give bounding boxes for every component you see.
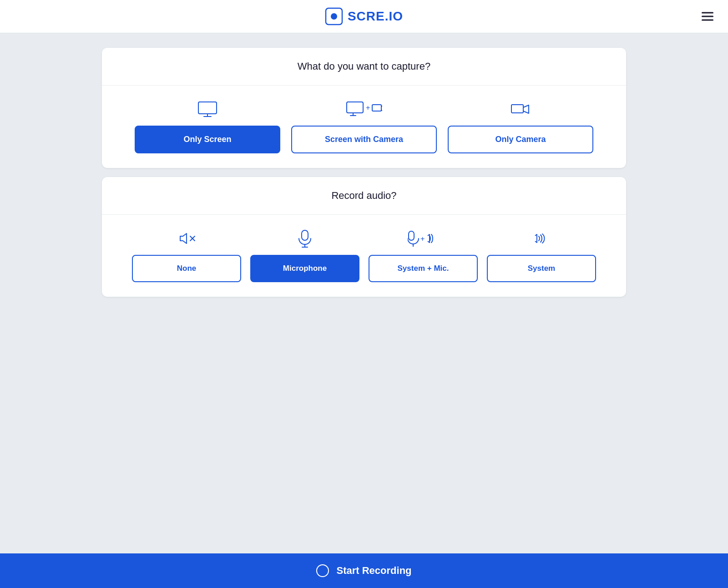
only-screen-option: Only Screen (135, 100, 280, 153)
capture-title: What do you want to capture? (102, 48, 626, 86)
microphone-option: Microphone (250, 229, 359, 282)
capture-card: What do you want to capture? Only Screen (102, 48, 626, 168)
capture-options: Only Screen + (102, 86, 626, 168)
none-audio-button[interactable]: None (132, 255, 241, 282)
system-mic-option: + System + Mic. (369, 229, 478, 282)
start-recording-button: Start Recording (336, 565, 411, 577)
speaker-icon (532, 229, 551, 248)
svg-text:+: + (420, 235, 425, 243)
mute-icon (177, 229, 196, 248)
svg-rect-10 (511, 105, 523, 113)
start-recording-footer[interactable]: Start Recording (0, 553, 728, 588)
menu-button[interactable] (702, 12, 713, 21)
audio-options: None Microphone (102, 215, 626, 297)
svg-rect-2 (198, 102, 217, 114)
hamburger-line-1 (702, 12, 713, 14)
svg-rect-5 (347, 102, 363, 113)
audio-card: Record audio? None (102, 177, 626, 297)
hamburger-line-2 (702, 16, 713, 17)
only-camera-button[interactable]: Only Camera (448, 126, 593, 153)
screen-with-camera-button[interactable]: Screen with Camera (291, 126, 437, 153)
logo: SCRE.IO (325, 7, 403, 25)
only-screen-button[interactable]: Only Screen (135, 126, 280, 153)
main-content: What do you want to capture? Only Screen (91, 33, 637, 553)
svg-text:+: + (366, 104, 370, 112)
svg-point-1 (331, 13, 337, 20)
microphone-button[interactable]: Microphone (250, 255, 359, 282)
only-camera-option: Only Camera (448, 100, 593, 153)
system-option: System (487, 229, 596, 282)
hamburger-line-3 (702, 20, 713, 21)
screen-icon (197, 100, 217, 118)
system-button[interactable]: System (487, 255, 596, 282)
logo-icon (325, 7, 343, 25)
camera-icon (511, 100, 531, 118)
screen-camera-option: + Screen with Camera (291, 100, 437, 153)
none-audio-option: None (132, 229, 241, 282)
logo-text: SCRE.IO (348, 9, 403, 24)
system-mic-button[interactable]: System + Mic. (369, 255, 478, 282)
app-header: SCRE.IO (0, 0, 728, 33)
audio-title: Record audio? (102, 177, 626, 215)
svg-rect-9 (372, 105, 381, 111)
svg-rect-13 (302, 230, 308, 240)
record-circle-icon (316, 564, 329, 577)
screen-camera-icon: + (346, 100, 382, 118)
microphone-icon (298, 229, 312, 248)
system-mic-icon: + (408, 229, 439, 248)
svg-rect-16 (409, 231, 414, 240)
